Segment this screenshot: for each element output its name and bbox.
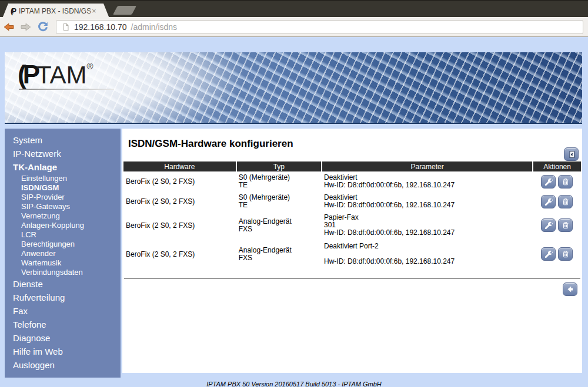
- sidebar-item-diagnose[interactable]: Diagnose: [5, 331, 121, 345]
- wrench-icon: [544, 250, 553, 258]
- browser-tab[interactable]: (P IPTAM PBX - ISDN/GS ×: [2, 4, 109, 18]
- hardware-table: Hardware Typ Parameter Aktionen BeroFix …: [123, 161, 581, 269]
- back-button[interactable]: [2, 21, 15, 33]
- divider: [124, 278, 580, 279]
- logo-underline: [19, 89, 114, 90]
- typ-cell: Analog-Endgerät FXS: [236, 211, 322, 239]
- edit-button[interactable]: [541, 175, 556, 189]
- url-host: 192.168.10.70: [74, 22, 127, 32]
- trash-icon: [562, 177, 570, 186]
- actions-cell: [533, 191, 581, 211]
- back-nav-button[interactable]: [563, 282, 577, 296]
- parameter-cell: Papier-Fax 301 Hw-ID: D8:df:0d:00:0f:6b,…: [322, 211, 533, 239]
- col-header-typ: Typ: [236, 161, 322, 171]
- url-path: /admin/isdns: [131, 22, 178, 32]
- trash-icon: [562, 250, 570, 258]
- sidebar-item-berechtigungen[interactable]: Berechtigungen: [5, 240, 121, 249]
- hardware-cell: BeroFix (2 S0, 2 FXS): [123, 191, 236, 211]
- address-bar[interactable]: 192.168.10.70/admin/isdns: [56, 20, 583, 34]
- delete-button[interactable]: [558, 247, 573, 261]
- actions-cell: [533, 239, 581, 269]
- hardware-cell: BeroFix (2 S0, 2 FXS): [123, 211, 236, 239]
- help-button[interactable]: [564, 147, 579, 161]
- delete-button[interactable]: [558, 195, 573, 208]
- sidebar-item-einstellungen[interactable]: Einstellungen: [5, 174, 121, 183]
- tab-favicon-icon: (P: [11, 7, 15, 15]
- main-content: ISDN/GSM-Hardware konfigurieren Hardware…: [122, 129, 582, 373]
- new-tab-button[interactable]: [113, 6, 136, 15]
- table-row: BeroFix (2 S0, 2 FXS) Analog-Endgerät FX…: [123, 211, 581, 239]
- logo-ip-mark: (P: [18, 60, 36, 89]
- sidebar-item-tk-anlage[interactable]: TK-Anlage: [5, 160, 121, 174]
- sidebar-item-system[interactable]: System: [5, 133, 121, 147]
- col-header-hardware: Hardware: [123, 161, 236, 171]
- sidebar-item-ausloggen[interactable]: Ausloggen: [5, 358, 121, 372]
- sidebar-item-dienste[interactable]: Dienste: [5, 277, 121, 291]
- hardware-cell: BeroFix (2 S0, 2 FXS): [123, 171, 236, 191]
- sidebar-item-lcr[interactable]: LCR: [5, 230, 121, 240]
- sidebar-item-hilfe-im-web[interactable]: Hilfe im Web: [5, 345, 121, 358]
- sidebar-item-isdn-gsm[interactable]: ISDN/GSM: [5, 183, 121, 193]
- col-header-parameter: Parameter: [322, 161, 533, 171]
- trash-icon: [562, 221, 570, 230]
- sidebar-item-telefone[interactable]: Telefone: [5, 318, 121, 331]
- col-header-aktionen: Aktionen: [533, 161, 581, 171]
- table-row: BeroFix (2 S0, 2 FXS) S0 (Mehrgeräte) TE…: [123, 191, 581, 211]
- parameter-cell: Deaktiviert Port-2 Hw-ID: D8:df:0d:00:0f…: [322, 239, 533, 269]
- actions-cell: [533, 211, 581, 239]
- help-page-arrow-icon: [567, 150, 576, 159]
- table-row: BeroFix (2 S0, 2 FXS) S0 (Mehrgeräte) TE…: [123, 171, 581, 191]
- web-page: (PTAM® System IP-Netzwerk TK-Anlage Eins…: [0, 52, 588, 387]
- edit-button[interactable]: [541, 195, 556, 208]
- table-header-row: Hardware Typ Parameter Aktionen: [123, 161, 581, 171]
- parameter-cell: Deaktiviert Hw-ID: D8:df:0d:00:0f:6b, 19…: [322, 171, 533, 191]
- reload-icon: [37, 21, 49, 33]
- sidebar-item-rufverteilung[interactable]: Rufverteilung: [5, 291, 121, 304]
- wrench-icon: [544, 177, 553, 186]
- sidebar-item-ip-netzwerk[interactable]: IP-Netzwerk: [5, 147, 121, 160]
- edit-button[interactable]: [541, 218, 556, 232]
- edit-button[interactable]: [541, 247, 556, 261]
- wrench-icon: [544, 197, 553, 206]
- back-arrow-icon: [2, 21, 15, 33]
- iptam-logo: (PTAM®: [18, 60, 93, 89]
- sidebar-item-verbindungsdaten[interactable]: Verbindungsdaten: [5, 268, 121, 277]
- trash-icon: [562, 197, 570, 206]
- typ-cell: S0 (Mehrgeräte) TE: [236, 191, 322, 211]
- footer-version-text: IPTAM PBX 50 Version 20160517 Build 5013…: [206, 381, 382, 387]
- sidebar-item-wartemusik[interactable]: Wartemusik: [5, 258, 121, 268]
- tab-title: IPTAM PBX - ISDN/GS: [19, 7, 91, 15]
- sidebar-nav: System IP-Netzwerk TK-Anlage Einstellung…: [5, 129, 121, 378]
- typ-cell: Analog-Endgerät FXS: [236, 239, 322, 269]
- sidebar-item-vernetzung[interactable]: Vernetzung: [5, 211, 121, 221]
- iptam-banner: (PTAM®: [5, 52, 582, 124]
- page-title: ISDN/GSM-Hardware konfigurieren: [128, 138, 582, 150]
- page-footer: IPTAM PBX 50 Version 20160517 Build 5013…: [0, 378, 588, 387]
- back-arrow-icon: [566, 285, 574, 294]
- forward-arrow-icon: [19, 21, 32, 33]
- sidebar-item-anlagen-kopplung[interactable]: Anlagen-Kopplung: [5, 221, 121, 230]
- reload-button[interactable]: [36, 21, 49, 33]
- browser-toolbar: 192.168.10.70/admin/isdns: [0, 17, 588, 37]
- tab-close-icon[interactable]: ×: [92, 7, 96, 15]
- sidebar-item-sip-provider[interactable]: SIP-Provider: [5, 193, 121, 202]
- parameter-cell: Deaktiviert Hw-ID: D8:df:0d:00:0f:6b, 19…: [322, 191, 533, 211]
- typ-cell: S0 (Mehrgeräte) TE: [236, 171, 322, 191]
- delete-button[interactable]: [558, 175, 573, 189]
- sidebar-item-sip-gateways[interactable]: SIP-Gateways: [5, 202, 121, 211]
- delete-button[interactable]: [558, 218, 573, 232]
- wrench-icon: [544, 221, 553, 230]
- actions-cell: [533, 171, 581, 191]
- page-icon: [62, 22, 70, 32]
- sidebar-item-fax[interactable]: Fax: [5, 304, 121, 318]
- hardware-cell: BeroFix (2 S0, 2 FXS): [123, 239, 236, 269]
- sidebar-item-anwender[interactable]: Anwender: [5, 249, 121, 258]
- browser-titlebar: (P IPTAM PBX - ISDN/GS ×: [0, 0, 588, 17]
- forward-button[interactable]: [19, 21, 32, 33]
- table-row: BeroFix (2 S0, 2 FXS) Analog-Endgerät FX…: [123, 239, 581, 269]
